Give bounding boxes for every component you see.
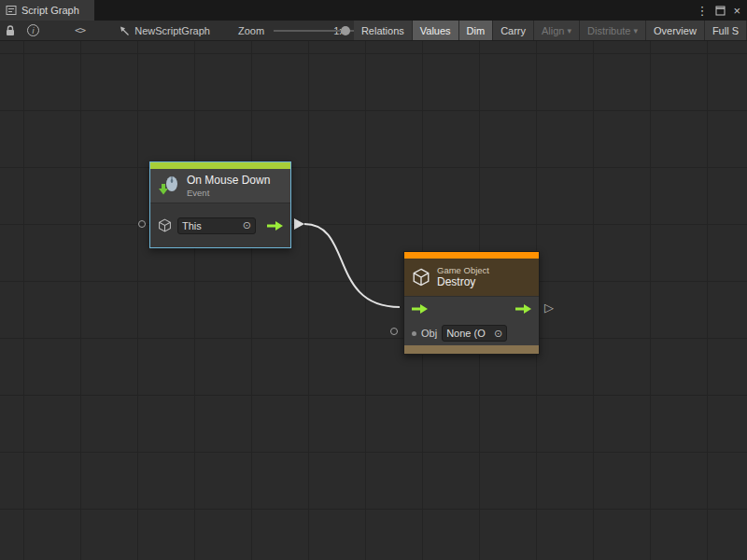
game-object-cube-icon [412, 268, 430, 287]
destroy-node-header[interactable]: Game Object Destroy [404, 259, 539, 296]
connection-wire [0, 41, 747, 560]
destroy-node-footer [404, 345, 539, 354]
zoom-label: Zoom [238, 25, 264, 36]
chevron-down-icon: ▾ [634, 26, 639, 35]
mouse-down-icon [158, 175, 180, 197]
event-accent-bar [150, 162, 290, 169]
zoom-slider[interactable] [274, 21, 327, 41]
toolbar-button-row: Relations Values Dim Carry Align ▾ Distr… [354, 21, 747, 41]
button-label: Overview [654, 25, 697, 36]
button-label: Align [542, 25, 564, 36]
lock-icon [5, 24, 16, 37]
flow-input-arrow-icon[interactable] [412, 303, 428, 315]
code-view-button[interactable]: <> [75, 21, 85, 41]
toolbar-button-distribute[interactable]: Distribute ▾ [580, 21, 646, 41]
wire-arrowhead [294, 218, 304, 230]
titlebar: Script Graph ⋮ × [0, 0, 747, 21]
obj-port-label: Obj [421, 328, 437, 339]
info-button[interactable]: i [27, 21, 39, 41]
script-graph-window: Script Graph ⋮ × i <> [0, 0, 747, 560]
tab-title: Script Graph [21, 5, 79, 16]
value-port-dot [412, 331, 416, 336]
event-input-port[interactable] [138, 220, 146, 228]
destroy-obj-input-port[interactable] [390, 328, 398, 335]
destroy-accent-bar [404, 252, 539, 259]
obj-value-field[interactable]: None (O ⊙ [442, 325, 507, 342]
destroy-flow-out-marker[interactable]: ▷ [544, 301, 554, 314]
game-object-cube-icon [158, 218, 172, 232]
graph-toolbar: i <> NewScriptGraph Zoom 1x Relations Va… [0, 21, 747, 41]
button-label: Dim [467, 25, 486, 36]
toolbar-button-carry[interactable]: Carry [493, 21, 534, 41]
object-picker-icon[interactable]: ⊙ [494, 328, 502, 340]
destroy-node-body: Obj None (O ⊙ [404, 296, 539, 345]
node-on-mouse-down[interactable]: On Mouse Down Event This ⊙ [149, 161, 291, 248]
kebab-menu-icon[interactable]: ⋮ [696, 5, 708, 17]
button-label: Distribute [587, 25, 630, 36]
target-object-field[interactable]: This ⊙ [177, 217, 256, 234]
graph-name-label: NewScriptGraph [134, 25, 210, 36]
event-node-header[interactable]: On Mouse Down Event [150, 169, 290, 203]
maximize-icon[interactable] [715, 6, 726, 16]
node-title: On Mouse Down [187, 174, 270, 188]
toolbar-button-overview[interactable]: Overview [646, 21, 705, 41]
node-title: Destroy [437, 275, 489, 289]
tab-script-graph[interactable]: Script Graph [0, 0, 94, 21]
obj-value: None (O [446, 328, 486, 339]
lock-button[interactable] [5, 21, 16, 41]
graph-canvas[interactable]: On Mouse Down Event This ⊙ [0, 41, 747, 560]
toolbar-button-relations[interactable]: Relations [354, 21, 413, 41]
script-graph-icon [6, 5, 17, 16]
toolbar-button-dim[interactable]: Dim [459, 21, 494, 41]
toolbar-button-values[interactable]: Values [413, 21, 459, 41]
close-icon[interactable]: × [733, 5, 740, 17]
node-category: Game Object [437, 265, 489, 275]
toolbar-button-align[interactable]: Align ▾ [534, 21, 580, 41]
object-picker-icon[interactable]: ⊙ [243, 219, 251, 231]
titlebar-controls: ⋮ × [696, 0, 747, 21]
event-node-body: This ⊙ [150, 203, 290, 247]
code-icon: <> [75, 24, 85, 36]
event-node-titles: On Mouse Down Event [187, 174, 270, 198]
button-label: Full S [712, 25, 739, 36]
destroy-node-titles: Game Object Destroy [437, 265, 489, 289]
button-label: Values [420, 25, 451, 36]
toolbar-button-fullscreen[interactable]: Full S [705, 21, 747, 41]
flow-output-arrow-icon[interactable] [515, 303, 531, 315]
target-object-value: This [182, 220, 202, 231]
button-label: Carry [500, 25, 526, 36]
destroy-obj-row: Obj None (O ⊙ [404, 321, 539, 345]
button-label: Relations [361, 25, 404, 36]
zoom-slider-handle[interactable] [341, 26, 350, 35]
node-destroy[interactable]: Game Object Destroy Obj [403, 251, 540, 355]
flow-output-arrow-icon[interactable] [267, 220, 283, 231]
graph-pointer-icon [119, 25, 130, 36]
node-subtitle: Event [187, 188, 270, 198]
destroy-flow-row [404, 297, 539, 321]
chevron-down-icon: ▾ [568, 26, 572, 35]
graph-name-breadcrumb[interactable]: NewScriptGraph [119, 25, 210, 36]
info-icon: i [27, 24, 39, 36]
